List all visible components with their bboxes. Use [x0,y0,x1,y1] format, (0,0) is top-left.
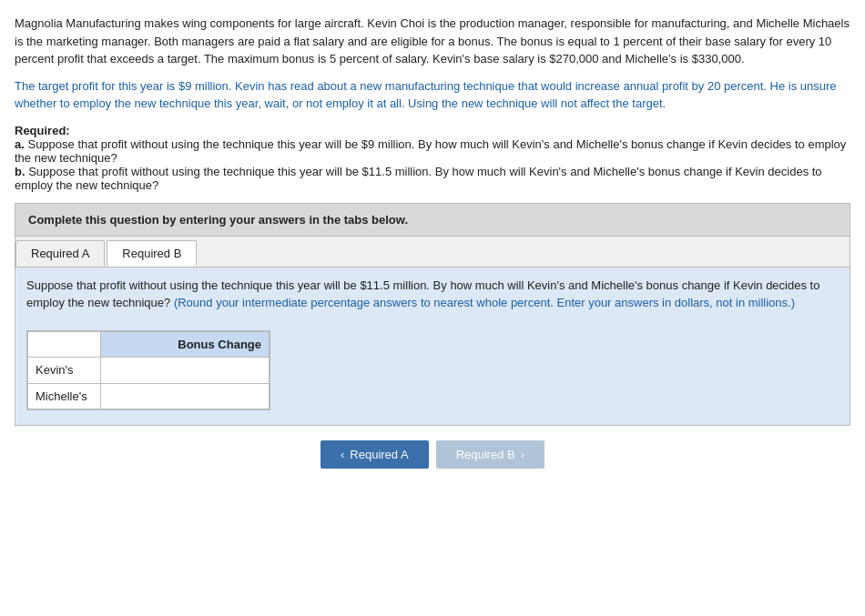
complete-box-text: Complete this question by entering your … [28,213,408,227]
bonus-table-area: Bonus Change Kevin's Michelle's [26,321,839,416]
tab-required-b[interactable]: Required B [107,240,197,267]
prev-button[interactable]: ‹ Required A [321,440,429,469]
next-button-label: Required B [456,448,515,461]
tab-required-a[interactable]: Required A [15,240,105,267]
kevins-input-cell[interactable] [101,358,270,384]
complete-box: Complete this question by entering your … [15,203,850,237]
tab-content: Suppose that profit without using the te… [15,268,850,425]
kevins-label: Kevin's [28,358,101,384]
intro-paragraph-1: Magnolia Manufacturing makes wing compon… [15,15,850,68]
table-row-michelles: Michelle's [28,383,270,409]
required-label: Required: [15,124,70,137]
prev-chevron-icon: ‹ [341,448,344,461]
part-a-label: a. [15,137,25,151]
michelles-label: Michelle's [28,383,101,409]
table-row-kevins: Kevin's [28,358,270,384]
tabs-area: Required A Required B Suppose that profi… [15,237,850,426]
kevins-bonus-input[interactable] [101,359,269,380]
bonus-change-header: Bonus Change [101,331,270,358]
tab-bar: Required A Required B [15,237,850,268]
next-chevron-icon: › [521,448,524,461]
next-button[interactable]: Required B › [436,440,544,469]
part-b-label: b. [15,165,25,178]
intro-section: Magnolia Manufacturing makes wing compon… [15,15,850,113]
michelles-bonus-input[interactable] [101,386,269,407]
empty-header [28,331,101,358]
michelles-input-cell[interactable] [101,383,270,409]
intro-paragraph-2: The target profit for this year is $9 mi… [15,77,850,113]
part-b-text: Suppose that profit without using the te… [15,165,822,192]
prev-button-label: Required A [350,448,408,461]
bonus-table: Bonus Change Kevin's Michelle's [26,330,270,411]
required-section: Required: a. Suppose that profit without… [15,124,850,192]
part-a-text: Suppose that profit without using the te… [15,137,846,165]
nav-buttons: ‹ Required A Required B › [15,440,850,469]
tab-hint-text: (Round your intermediate percentage answ… [174,296,795,309]
